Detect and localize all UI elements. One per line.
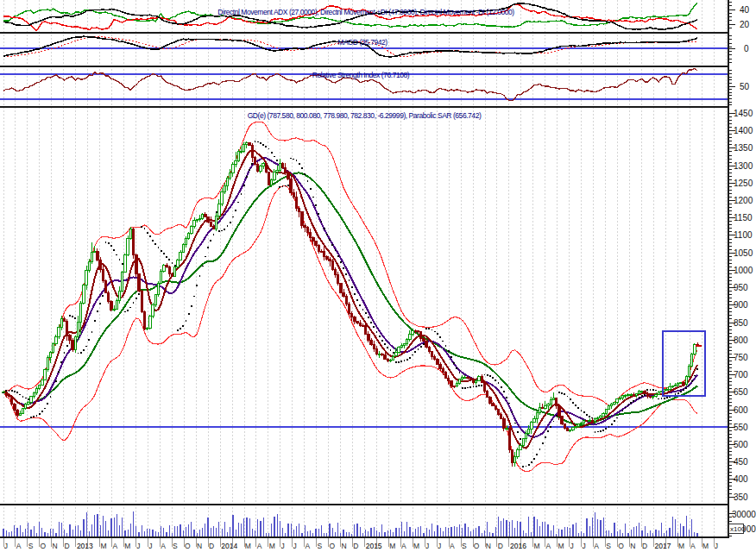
svg-text:1100: 1100 (734, 230, 753, 240)
svg-text:2013: 2013 (77, 542, 93, 550)
svg-text:40: 40 (740, 5, 750, 15)
svg-text:N: N (197, 542, 202, 550)
svg-text:M: M (678, 542, 684, 550)
svg-text:1000: 1000 (734, 266, 753, 275)
svg-text:350: 350 (734, 492, 748, 502)
svg-text:M: M (389, 542, 395, 550)
svg-text:30000: 30000 (732, 510, 756, 519)
svg-text:2015: 2015 (366, 542, 382, 550)
svg-text:M: M (534, 542, 540, 550)
svg-text:O: O (185, 542, 191, 550)
svg-text:650: 650 (734, 387, 748, 397)
svg-text:A: A (306, 542, 311, 550)
svg-text:J: J (570, 542, 573, 550)
svg-text:J: J (425, 542, 429, 550)
svg-text:O: O (41, 542, 47, 550)
svg-text:S: S (318, 542, 323, 550)
svg-text:600: 600 (734, 405, 748, 415)
svg-text:A: A (450, 542, 455, 550)
svg-text:1300: 1300 (734, 161, 753, 171)
svg-text:M: M (269, 542, 275, 550)
svg-text:0: 0 (744, 44, 749, 53)
svg-text:MACD (35.7942): MACD (35.7942) (337, 38, 387, 47)
svg-text:2014: 2014 (221, 542, 237, 550)
svg-text:750: 750 (734, 353, 748, 362)
svg-text:950: 950 (734, 283, 748, 292)
svg-text:20: 20 (740, 20, 750, 29)
svg-text:850: 850 (734, 318, 748, 328)
svg-text:N: N (53, 542, 58, 550)
svg-text:700: 700 (734, 370, 748, 380)
svg-text:450: 450 (734, 457, 748, 467)
svg-text:1200: 1200 (734, 196, 753, 205)
svg-text:1050: 1050 (734, 248, 753, 258)
svg-text:Relative Strength Index (76.71: Relative Strength Index (76.7108) (312, 71, 410, 79)
svg-text:1400: 1400 (734, 126, 753, 135)
svg-text:D: D (65, 542, 70, 550)
svg-text:A: A (546, 542, 551, 550)
svg-text:800: 800 (734, 336, 748, 345)
svg-text:A: A (112, 542, 117, 550)
svg-text:N: N (341, 542, 346, 550)
svg-text:1250: 1250 (734, 179, 753, 188)
svg-text:500: 500 (734, 440, 748, 449)
svg-text:A: A (161, 542, 166, 550)
svg-text:N: N (486, 542, 491, 550)
svg-text:A: A (257, 542, 262, 550)
svg-text:M: M (124, 542, 130, 550)
svg-text:S: S (462, 542, 467, 550)
svg-text:J: J (4, 542, 8, 550)
svg-text:A: A (594, 542, 599, 550)
svg-text:900: 900 (734, 300, 748, 310)
svg-text:J: J (281, 542, 285, 550)
svg-text:M: M (413, 542, 419, 550)
svg-text:S: S (28, 542, 34, 550)
svg-text:1450: 1450 (734, 109, 753, 118)
svg-text:A: A (16, 542, 22, 550)
svg-text:D: D (209, 542, 214, 550)
svg-text:O: O (618, 542, 624, 550)
svg-text:J: J (293, 542, 297, 550)
svg-text:D: D (498, 542, 503, 550)
svg-text:O: O (329, 542, 335, 550)
svg-text:550: 550 (734, 423, 748, 432)
svg-text:J: J (715, 542, 718, 550)
svg-text:M: M (100, 542, 106, 550)
svg-text:J: J (148, 542, 152, 550)
svg-text:D: D (642, 542, 647, 550)
svg-text:M: M (245, 542, 251, 550)
svg-text:O: O (474, 542, 480, 550)
svg-text:A: A (690, 542, 696, 550)
svg-text:S: S (606, 542, 611, 550)
svg-text:400: 400 (734, 474, 748, 484)
svg-text:50: 50 (740, 82, 750, 91)
svg-text:1150: 1150 (734, 213, 753, 223)
svg-text:M: M (702, 542, 709, 550)
svg-text:Directnl Movement ADX (27.0000: Directnl Movement ADX (27.0000), Directn… (217, 8, 514, 16)
svg-text:N: N (630, 542, 635, 550)
svg-text:A: A (401, 542, 406, 550)
svg-text:S: S (173, 542, 178, 550)
svg-text:GD(e) (787.580, 800.080, 778.9: GD(e) (787.580, 800.080, 778.980, 782.83… (248, 111, 482, 120)
svg-text:M: M (558, 542, 564, 550)
svg-text:D: D (353, 542, 358, 550)
svg-text:J: J (582, 542, 585, 550)
svg-text:J: J (438, 542, 441, 550)
svg-text:x100: x100 (730, 525, 746, 533)
svg-text:2016: 2016 (510, 542, 526, 550)
svg-text:J: J (136, 542, 140, 550)
svg-text:2017: 2017 (655, 542, 671, 550)
svg-text:1350: 1350 (734, 143, 753, 153)
